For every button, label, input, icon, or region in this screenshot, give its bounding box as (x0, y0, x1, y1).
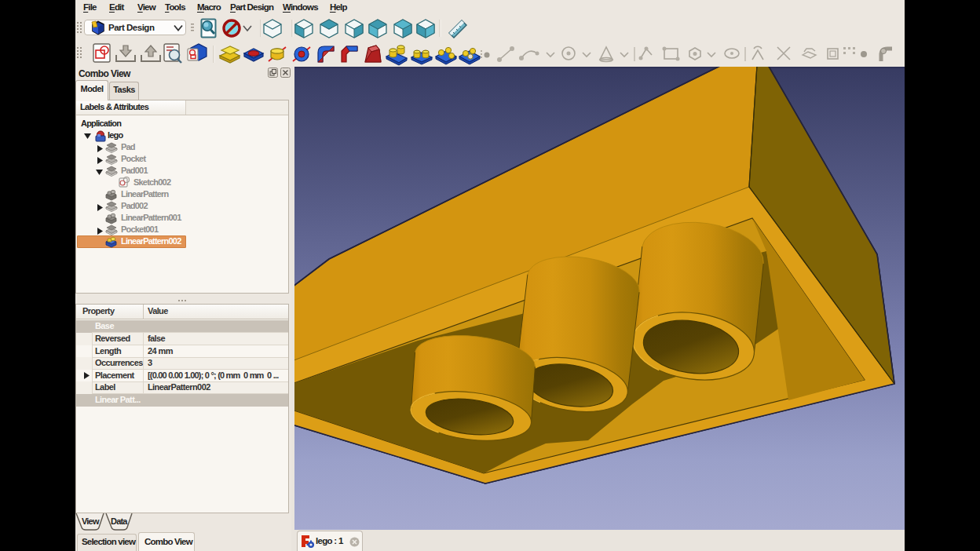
svg-text:View: View (82, 516, 100, 526)
svg-text:Data: Data (111, 516, 128, 526)
